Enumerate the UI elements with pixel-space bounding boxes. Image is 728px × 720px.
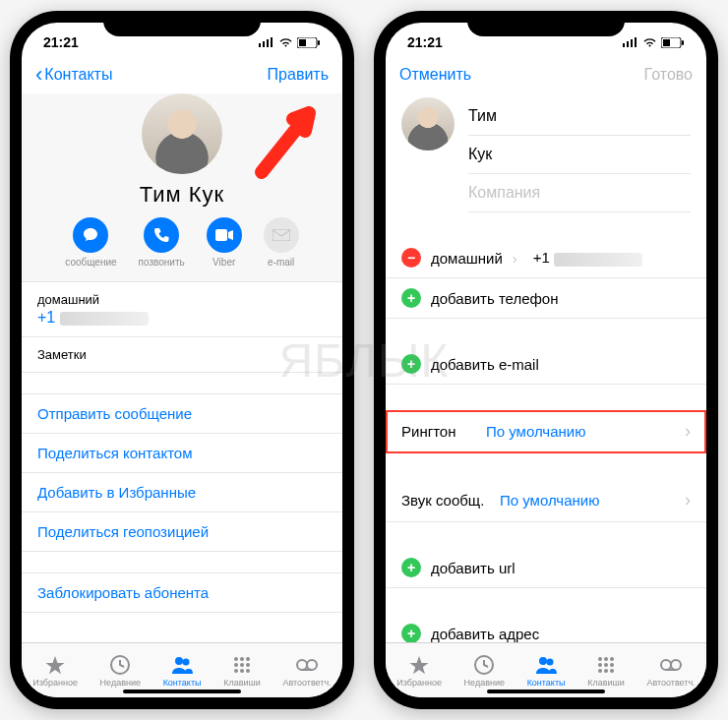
share-location-link[interactable]: Поделиться геопозицией bbox=[22, 512, 342, 552]
text-tone-value: По умолчанию bbox=[500, 492, 685, 509]
back-label: Контакты bbox=[44, 66, 112, 84]
company-field[interactable]: Компания bbox=[468, 174, 691, 212]
done-button[interactable]: Готово bbox=[644, 66, 693, 84]
add-icon: + bbox=[401, 558, 421, 577]
ringtone-label: Рингтон bbox=[401, 423, 486, 440]
arrow-annotation bbox=[242, 93, 331, 186]
wifi-icon bbox=[642, 37, 657, 48]
svg-point-13 bbox=[240, 657, 244, 661]
add-url-row[interactable]: + добавить url bbox=[386, 548, 706, 588]
action-viber-label: Viber bbox=[212, 257, 235, 268]
svg-point-20 bbox=[246, 669, 250, 673]
action-email: e-mail bbox=[264, 217, 299, 268]
separator bbox=[22, 373, 342, 394]
phone-label: домашний bbox=[37, 292, 327, 307]
svg-rect-1 bbox=[263, 41, 265, 47]
redacted bbox=[60, 312, 149, 326]
svg-point-15 bbox=[234, 663, 238, 667]
svg-rect-3 bbox=[271, 37, 273, 47]
tab-recents[interactable]: Недавние bbox=[100, 654, 141, 688]
svg-rect-26 bbox=[631, 39, 633, 47]
edit-header: Тим Кук Компания bbox=[386, 91, 706, 212]
share-contact-link[interactable]: Поделиться контактом bbox=[22, 434, 342, 473]
add-address-row[interactable]: + добавить адрес bbox=[386, 614, 706, 642]
add-url-label: добавить url bbox=[431, 560, 516, 576]
svg-rect-8 bbox=[273, 229, 290, 241]
separator bbox=[22, 552, 342, 573]
svg-point-44 bbox=[671, 660, 681, 670]
avatar[interactable] bbox=[401, 97, 455, 150]
navbar: Отменить Готово bbox=[386, 62, 706, 91]
action-call[interactable]: позвонить bbox=[139, 217, 185, 268]
tab-contacts[interactable]: Контакты bbox=[163, 654, 202, 688]
svg-point-36 bbox=[610, 657, 614, 661]
battery-icon bbox=[661, 37, 685, 48]
avatar[interactable] bbox=[142, 93, 222, 174]
add-icon: + bbox=[401, 288, 421, 308]
separator bbox=[386, 385, 706, 410]
add-email-row[interactable]: + добавить e-mail bbox=[386, 344, 706, 385]
notes-cell[interactable]: Заметки bbox=[22, 337, 342, 373]
content: Тим Кук Компания − домашний › +1 + добав… bbox=[386, 91, 706, 642]
phone-left: 21:21 ‹Контакты Править Тим Кук сообщени… bbox=[10, 11, 354, 709]
tab-keypad[interactable]: Клавиши bbox=[587, 654, 625, 688]
tab-recents[interactable]: Недавние bbox=[464, 654, 505, 688]
edit-button[interactable]: Править bbox=[268, 66, 329, 84]
ringtone-value: По умолчанию bbox=[486, 423, 685, 440]
text-tone-row[interactable]: Звук сообщ. По умолчанию › bbox=[386, 479, 706, 522]
send-message-link[interactable]: Отправить сообщение bbox=[22, 394, 342, 434]
action-email-label: e-mail bbox=[268, 257, 294, 268]
last-name-field[interactable]: Кук bbox=[468, 136, 691, 174]
svg-rect-5 bbox=[299, 39, 306, 46]
cancel-button[interactable]: Отменить bbox=[399, 66, 471, 84]
tab-voicemail[interactable]: Автоответч. bbox=[646, 654, 695, 688]
phone-icon bbox=[144, 217, 179, 253]
svg-point-17 bbox=[246, 663, 250, 667]
first-name-field[interactable]: Тим bbox=[468, 97, 691, 136]
svg-point-38 bbox=[604, 663, 608, 667]
svg-rect-27 bbox=[635, 37, 637, 47]
separator bbox=[386, 453, 706, 479]
svg-point-40 bbox=[598, 669, 602, 673]
mail-icon bbox=[264, 217, 299, 253]
separator bbox=[386, 212, 706, 238]
svg-point-12 bbox=[234, 657, 238, 661]
phone-cell[interactable]: домашний +1 bbox=[22, 282, 342, 337]
status-icons bbox=[259, 37, 321, 48]
svg-rect-0 bbox=[259, 43, 261, 47]
action-viber[interactable]: Viber bbox=[207, 217, 242, 268]
add-favorite-link[interactable]: Добавить в Избранные bbox=[22, 473, 342, 512]
screen-right: 21:21 Отменить Готово Тим Кук Компания bbox=[386, 23, 706, 697]
home-indicator[interactable] bbox=[123, 690, 241, 693]
phone-number: +1 bbox=[533, 249, 550, 266]
svg-point-22 bbox=[307, 660, 317, 670]
svg-rect-7 bbox=[215, 229, 227, 241]
svg-rect-2 bbox=[267, 39, 269, 47]
block-contact-link[interactable]: Заблокировать абонента bbox=[22, 573, 342, 613]
ringtone-row[interactable]: Рингтон По умолчанию › bbox=[386, 410, 706, 453]
add-phone-label: добавить телефон bbox=[431, 290, 559, 307]
action-message[interactable]: сообщение bbox=[65, 217, 116, 268]
signal-icon bbox=[259, 37, 274, 47]
tab-voicemail[interactable]: Автоответч. bbox=[282, 654, 331, 688]
svg-point-11 bbox=[183, 658, 190, 665]
chevron-left-icon: ‹ bbox=[35, 67, 42, 83]
svg-point-21 bbox=[297, 660, 307, 670]
notes-label: Заметки bbox=[37, 347, 327, 362]
svg-point-34 bbox=[598, 657, 602, 661]
phone-row[interactable]: − домашний › +1 bbox=[386, 238, 706, 278]
add-phone-row[interactable]: + добавить телефон bbox=[386, 278, 706, 319]
tab-favorites[interactable]: Избранное bbox=[32, 654, 78, 688]
tab-contacts[interactable]: Контакты bbox=[527, 654, 566, 688]
action-call-label: позвонить bbox=[139, 257, 185, 268]
navbar: ‹Контакты Править bbox=[22, 62, 342, 91]
tab-keypad[interactable]: Клавиши bbox=[223, 654, 261, 688]
separator bbox=[386, 522, 706, 548]
home-indicator[interactable] bbox=[487, 690, 605, 693]
tab-favorites[interactable]: Избранное bbox=[396, 654, 442, 688]
back-button[interactable]: ‹Контакты bbox=[35, 66, 112, 84]
action-row: сообщение позвонить Viber e-mail bbox=[22, 217, 342, 268]
notch bbox=[103, 11, 261, 36]
remove-icon[interactable]: − bbox=[401, 248, 421, 268]
battery-icon bbox=[297, 37, 321, 48]
